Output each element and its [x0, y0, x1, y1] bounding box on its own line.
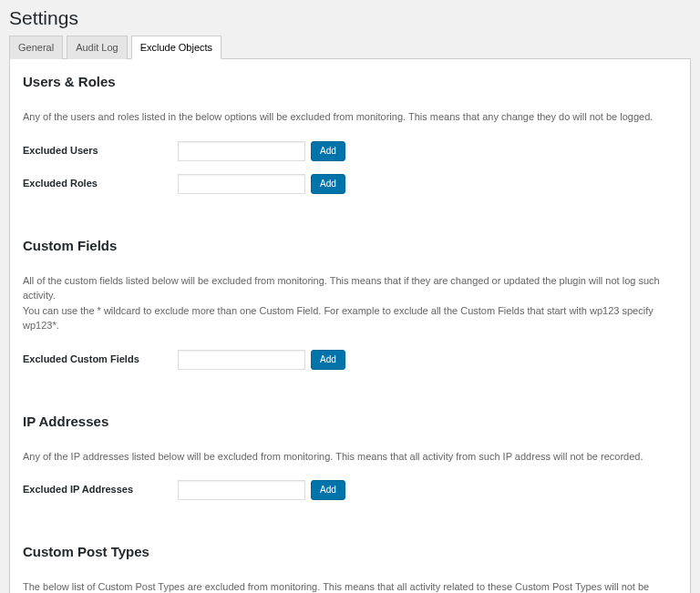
add-button-excluded-users[interactable]: Add — [311, 141, 345, 161]
add-button-excluded-custom-fields[interactable]: Add — [311, 350, 345, 370]
section-desc-users-roles: Any of the users and roles listed in the… — [23, 109, 677, 125]
section-desc-ip-addresses: Any of the IP addresses listed below wil… — [23, 449, 677, 465]
add-button-excluded-roles[interactable]: Add — [311, 174, 345, 194]
section-heading-custom-fields: Custom Fields — [23, 238, 677, 253]
section-desc-custom-fields: All of the custom fields listed below wi… — [23, 273, 677, 333]
desc-cf-line2: You can use the * wildcard to exclude mo… — [23, 305, 654, 332]
input-excluded-ip[interactable] — [178, 480, 305, 500]
input-excluded-roles[interactable] — [178, 174, 305, 194]
row-excluded-roles: Excluded Roles Add — [23, 174, 677, 194]
add-button-excluded-ip[interactable]: Add — [311, 480, 345, 500]
desc-cf-line1: All of the custom fields listed below wi… — [23, 275, 660, 302]
row-excluded-custom-fields: Excluded Custom Fields Add — [23, 350, 677, 370]
settings-panel: Users & Roles Any of the users and roles… — [9, 59, 691, 593]
section-heading-ip-addresses: IP Addresses — [23, 414, 677, 429]
section-desc-cpt: The below list of Custom Post Types are … — [23, 579, 677, 593]
tabs: General Audit Log Exclude Objects — [9, 35, 691, 59]
label-excluded-roles: Excluded Roles — [23, 174, 178, 189]
section-heading-users-roles: Users & Roles — [23, 74, 677, 89]
tab-general[interactable]: General — [9, 36, 63, 59]
tab-exclude-objects[interactable]: Exclude Objects — [131, 36, 221, 59]
input-excluded-custom-fields[interactable] — [178, 350, 305, 370]
label-excluded-ip: Excluded IP Addresses — [23, 480, 178, 495]
row-excluded-users: Excluded Users Add — [23, 141, 677, 161]
section-heading-cpt: Custom Post Types — [23, 544, 677, 559]
label-excluded-users: Excluded Users — [23, 141, 178, 156]
input-excluded-users[interactable] — [178, 141, 305, 161]
row-excluded-ip: Excluded IP Addresses Add — [23, 480, 677, 500]
page-title: Settings — [9, 7, 691, 35]
tab-audit-log[interactable]: Audit Log — [67, 36, 127, 59]
label-excluded-custom-fields: Excluded Custom Fields — [23, 350, 178, 364]
